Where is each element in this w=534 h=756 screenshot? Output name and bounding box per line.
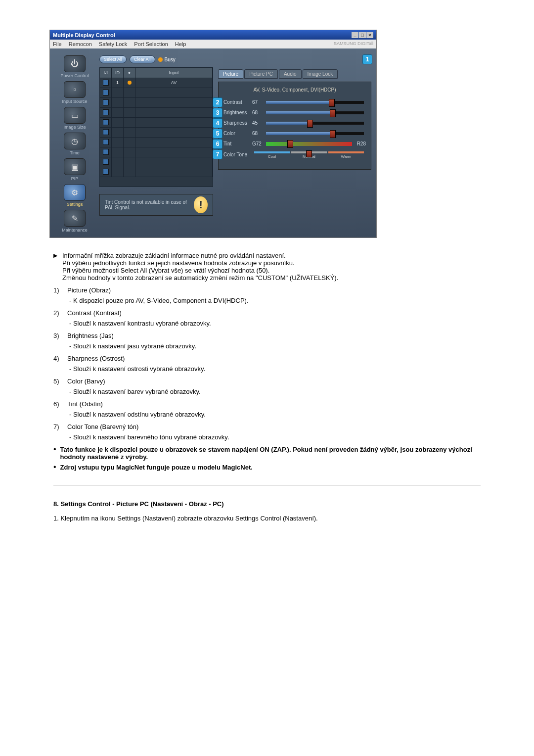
brightness-value: 68 [252,110,264,115]
list-title: Contrast (Kontrast) [67,309,122,317]
row-input: AV [135,78,213,88]
callout-6: 6 [213,139,222,149]
menu-safety-lock[interactable]: Safety Lock [99,41,127,47]
color-tone-control[interactable]: 7 Color Tone Cool Normal Warm [223,151,366,157]
select-all-button[interactable]: Select All [99,55,127,63]
tint-slider[interactable] [266,142,352,146]
sharpness-control[interactable]: 4 Sharpness 45 [223,120,366,126]
list-desc: - Slouží k nastavení jasu vybrané obrazo… [69,342,481,350]
table-row[interactable] [100,97,213,107]
document-body: ▶ Informační mřížka zobrazuje základní i… [49,252,485,522]
settings-icon: ⚙ [64,184,86,201]
bullet-icon: • [53,464,56,471]
color-tone-label: Color Tone [223,152,252,157]
color-tone-selector[interactable]: Cool Normal Warm [254,151,364,157]
menu-port-selection[interactable]: Port Selection [134,41,168,47]
sidebar-item-label: PIP [71,176,79,181]
table-row[interactable] [100,127,213,137]
row-checkbox[interactable] [103,80,109,86]
row-status-icon [128,81,132,85]
row-checkbox[interactable] [103,129,109,135]
busy-dot-icon [158,57,163,62]
callout-7: 7 [213,149,222,159]
contrast-slider[interactable] [266,101,364,104]
list-title: Brightness (Jas) [67,332,114,339]
sidebar-item-label: Settings [67,202,83,207]
maximize-icon[interactable]: □ [359,32,366,38]
list-desc: - K dispozici pouze pro AV, S-Video, Com… [69,297,481,304]
row-checkbox[interactable] [103,99,109,105]
row-id: 1 [112,78,124,88]
sidebar-item-time[interactable]: ◷ Time [57,133,92,155]
tint-control[interactable]: 6 Tint G72 R28 [223,141,366,146]
clear-all-button[interactable]: Clear All [130,55,155,63]
color-slider[interactable] [266,132,364,135]
table-row[interactable]: 1 AV [100,78,213,88]
contrast-control[interactable]: 2 Contrast 67 [223,99,366,105]
row-checkbox[interactable] [103,90,109,95]
color-control[interactable]: 5 Color 68 [223,131,366,136]
sidebar-item-power[interactable]: ⏻ Power Control [57,55,92,78]
paragraph: Při výběru možnosti Select All (Vybrat v… [62,267,338,274]
callout-5: 5 [213,129,222,139]
menu-file[interactable]: File [53,41,62,47]
note-text: Tint Control is not available in case of… [105,199,194,210]
row-checkbox[interactable] [103,159,109,165]
row-checkbox[interactable] [103,119,109,125]
contrast-label: Contrast [223,99,252,105]
row-checkbox[interactable] [103,139,109,145]
maintenance-icon: ✎ [64,210,86,227]
list-number: 5) [53,378,63,385]
table-row[interactable] [100,157,213,167]
col-check[interactable]: ☑ [100,68,112,78]
sidebar-item-label: Input Source [62,99,87,104]
brightness-control[interactable]: 3 Brightness 68 [223,110,366,115]
sidebar-item-settings[interactable]: ⚙ Settings [57,184,92,207]
tint-label: Tint [223,141,252,146]
row-checkbox[interactable] [103,109,109,115]
pip-icon: ▣ [64,158,86,175]
row-checkbox[interactable] [103,149,109,155]
tab-picture-pc[interactable]: Picture PC [244,69,278,79]
power-icon: ⏻ [64,55,86,72]
list-title: Tint (Odstín) [67,400,103,408]
tone-cool[interactable]: Cool [254,151,290,157]
tone-warm[interactable]: Warm [328,151,364,157]
window-controls[interactable]: _□× [351,32,373,38]
table-row[interactable] [100,147,213,157]
table-row[interactable] [100,167,213,177]
table-row[interactable] [100,137,213,147]
sidebar-item-pip[interactable]: ▣ PIP [57,158,92,181]
info-icon: ! [194,196,208,213]
sharpness-slider[interactable] [266,122,364,125]
sidebar-item-input[interactable]: ▫ Input Source [57,81,92,104]
callout-2: 2 [213,97,222,107]
tab-picture[interactable]: Picture [218,69,243,79]
row-checkbox[interactable] [103,169,109,175]
sidebar-item-label: Image Size [63,125,86,130]
tab-audio[interactable]: Audio [279,69,302,79]
tone-normal[interactable]: Normal [291,151,327,157]
sidebar: ⏻ Power Control ▫ Input Source ▭ Image S… [55,55,94,233]
arrow-icon: ▶ [53,252,57,259]
menu-help[interactable]: Help [175,41,186,47]
color-label: Color [223,131,252,136]
col-id: ID [112,68,124,78]
window-title: Multiple Display Control [53,32,115,38]
col-input: Input [135,68,213,78]
list-number: 4) [53,355,63,362]
tab-image-lock[interactable]: Image Lock [303,69,338,79]
list-title: Picture (Obraz) [67,286,111,294]
callout-3: 3 [213,108,222,118]
bullet-text: Tato funkce je k dispozici pouze u obraz… [60,446,472,461]
brightness-slider[interactable] [266,111,364,114]
sidebar-item-image-size[interactable]: ▭ Image Size [57,107,92,130]
table-row[interactable] [100,107,213,117]
sidebar-item-maintenance[interactable]: ✎ Maintenance [57,210,92,233]
table-row[interactable] [100,88,213,97]
bullet-text: Zdroj vstupu typu MagicNet funguje pouze… [60,464,253,471]
close-icon[interactable]: × [366,32,373,38]
minimize-icon[interactable]: _ [352,32,358,38]
menu-remocon[interactable]: Remocon [69,41,92,47]
table-row[interactable] [100,117,213,127]
